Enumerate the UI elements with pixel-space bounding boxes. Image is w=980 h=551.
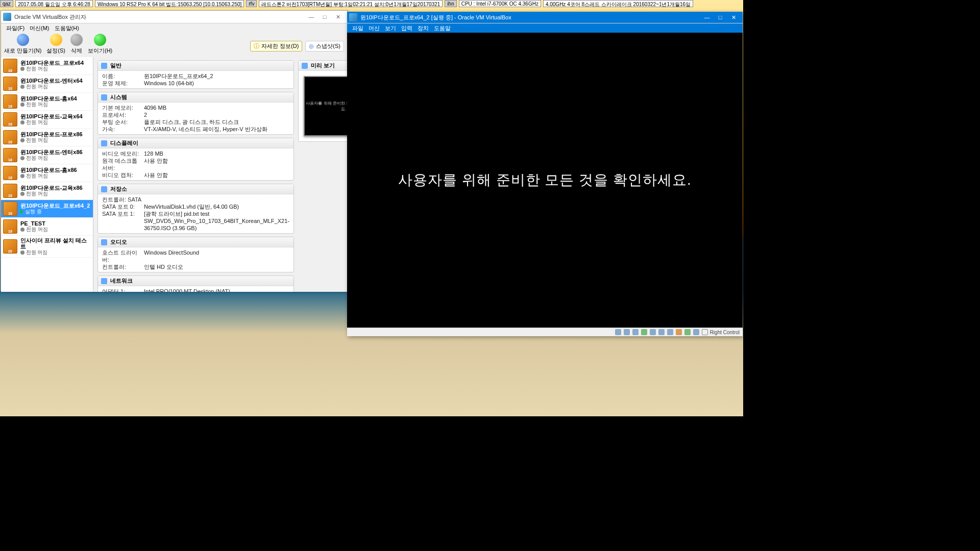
recording-icon[interactable] [676, 329, 682, 335]
start-button[interactable]: 보이기(H) [88, 34, 112, 55]
menu-item[interactable]: 입력 [399, 24, 414, 33]
section-header[interactable]: 오디오 [98, 237, 293, 247]
maximize-button[interactable]: □ [321, 14, 329, 20]
vm-name: 윈10IP다운로드-교육x86 [20, 185, 83, 191]
vm-os-icon: 10 [3, 148, 17, 162]
set-button[interactable]: 설정(S) [46, 34, 65, 55]
detail-value: 128 MB [144, 150, 289, 157]
poweroff-icon [20, 174, 24, 178]
menu-item[interactable]: 머신 [366, 24, 382, 33]
menu-item[interactable]: 도움말(H) [53, 24, 81, 33]
vm-list[interactable]: 10윈10IP다운로드_프로x64전원 꺼짐10윈10IP다운로드-엔터x64전… [1, 57, 93, 292]
menu-item[interactable]: 도움말 [432, 24, 453, 33]
section-header[interactable]: 일반 [98, 61, 293, 71]
vm-os-icon: 10 [3, 77, 17, 91]
preview-thumbnail[interactable]: 사용자를 위해 준비한 모든 것을 확인하세요. [304, 76, 347, 136]
menu-item[interactable]: 머신(M) [28, 24, 52, 33]
network-section: 네트워크어댑터 1:Intel PRO/1000 MT Desktop (NAT… [97, 276, 294, 292]
detail-key: 컨트롤러: SATA [102, 196, 144, 203]
section-header[interactable]: 시스템 [98, 92, 293, 103]
detail-key: SATA 포트 1: [102, 210, 144, 232]
info-value: 4.00GHz 4코어 8스레드 스카이레이크 20160322~1년1개월16… [543, 0, 693, 7]
detail-key: 기본 메모리: [102, 104, 144, 111]
vm-list-item[interactable]: 10윈10IP다운로드-교육x64전원 꺼짐 [1, 111, 93, 129]
del-button[interactable]: 삭제 [70, 34, 83, 55]
close-button[interactable]: ✕ [729, 14, 738, 21]
detail-key: 가속: [102, 126, 144, 133]
vm-running-window: 윈10IP다운로드_프로x64_2 [실행 중] - Oracle VM Vir… [347, 12, 743, 336]
mouse-icon[interactable] [693, 329, 699, 335]
titlebar[interactable]: 윈10IP다운로드_프로x64_2 [실행 중] - Oracle VM Vir… [347, 12, 743, 23]
close-button[interactable]: ✕ [334, 14, 342, 20]
optical-icon[interactable] [624, 329, 630, 335]
detail-value: 2 [144, 111, 289, 118]
vm-guest-display[interactable]: 사용자를 위해 준비한 모든 것을 확인하세요. [347, 33, 743, 328]
detail-value: [광학 드라이브] pid.txt test SW_DVD5_Win_Pro_1… [144, 210, 289, 232]
menu-item[interactable]: 보기 [383, 24, 398, 33]
vm-os-icon: 10 [3, 59, 17, 73]
display-icon[interactable] [667, 329, 673, 335]
info-label: rfv [246, 0, 257, 7]
menu-item[interactable]: 파일(F) [4, 24, 27, 33]
vm-list-item[interactable]: 10윈10IP다운로드-홈x86전원 꺼짐 [1, 164, 93, 182]
poweroff-icon [20, 120, 24, 124]
network-icon[interactable] [641, 329, 647, 335]
vm-list-item[interactable]: 10윈10IP다운로드-홈x64전원 꺼짐 [1, 93, 93, 111]
new-button[interactable]: 새로 만들기(N) [4, 34, 41, 55]
detail-value: 플로피 디스크, 광 디스크, 하드 디스크 [144, 118, 289, 126]
vm-list-item[interactable]: 10윈10IP다운로드-엔터x86전원 꺼짐 [1, 146, 93, 164]
vm-list-item[interactable]: 10인사이더 프리뷰 설치 테스트전원 꺼짐 [1, 236, 93, 258]
detail-value: 사용 안함 [144, 157, 289, 171]
vm-name: 윈10IP다운로드-엔터x86 [20, 149, 83, 155]
hdd-icon[interactable] [615, 329, 621, 335]
menubar: 파일머신보기입력장치도움말 [347, 23, 743, 33]
info-label: ihn [445, 0, 456, 7]
vm-name: 인사이더 프리뷰 설치 테스트 [20, 237, 91, 249]
usb-icon[interactable] [650, 329, 656, 335]
menu-item[interactable]: 장치 [415, 24, 431, 33]
info-value: Windows 10 RS2 Pro K 64 bit 빌드:15063.250… [95, 0, 244, 7]
section-icon [101, 63, 107, 69]
vm-name: 윈10IP다운로드_프로x64 [20, 60, 84, 66]
vm-statusbar: Right Control [347, 328, 743, 336]
detail-value: Windows 10 (64-bit) [144, 80, 289, 87]
section-header[interactable]: 디스플레이 [98, 138, 293, 148]
section-icon [101, 278, 107, 284]
shared-folder-icon[interactable] [658, 329, 665, 335]
vm-list-item[interactable]: 10윈10IP다운로드-교육x86전원 꺼짐 [1, 182, 93, 200]
info-label: qaz [0, 0, 13, 7]
vm-status: 전원 꺼짐 [20, 155, 83, 161]
host-key-indicator[interactable]: Right Control [702, 329, 740, 335]
maximize-button[interactable]: □ [716, 14, 724, 21]
poweroff-icon [20, 192, 24, 196]
minimize-button[interactable]: — [703, 14, 711, 21]
vm-status: 전원 꺼짐 [20, 119, 83, 126]
vm-name: 윈10IP다운로드-프로x86 [20, 131, 83, 137]
cpu-icon[interactable] [684, 329, 691, 335]
app-icon [3, 13, 11, 21]
menu-item[interactable]: 파일 [350, 24, 365, 33]
preview-section: 미리 보기 사용자를 위해 준비한 모든 것을 확인하세요. [298, 60, 347, 142]
virtualbox-manager-window: Oracle VM VirtualBox 관리자 — □ ✕ 파일(F)머신(M… [1, 10, 348, 291]
section-header[interactable]: 저장소 [98, 184, 293, 194]
vm-name: 윈10IP다운로드_프로x64_2 [20, 203, 90, 209]
vm-list-item[interactable]: 10윈10IP다운로드_프로x64_2실행 중 [1, 200, 93, 218]
del-icon [70, 34, 83, 46]
detail-value: 사용 안함 [144, 171, 289, 179]
audio-icon[interactable] [632, 329, 639, 335]
vm-status: 전원 꺼짐 [20, 191, 83, 197]
titlebar[interactable]: Oracle VM VirtualBox 관리자 — □ ✕ [1, 11, 347, 23]
vm-list-item[interactable]: 10PE_TEST전원 꺼짐 [1, 218, 93, 236]
info-value: 레드스톤2 버전1703[RTM년월] 부팅:1일02:21:21 설치:0년1… [259, 0, 443, 7]
vm-list-item[interactable]: 10윈10IP다운로드-엔터x64전원 꺼짐 [1, 75, 93, 93]
poweroff-icon [20, 138, 24, 142]
vm-list-item[interactable]: 10윈10IP다운로드_프로x64전원 꺼짐 [1, 57, 93, 75]
detail-value: 윈10IP다운로드_프로x64_2 [144, 72, 289, 80]
minimize-button[interactable]: — [307, 14, 315, 20]
details-button[interactable]: ⓘ자세한 정보(D) [250, 41, 302, 52]
vm-list-item[interactable]: 10윈10IP다운로드-프로x86전원 꺼짐 [1, 129, 93, 146]
snapshots-button[interactable]: ◎스냅샷(S) [305, 41, 344, 52]
vm-status: 전원 꺼짐 [20, 227, 48, 233]
new-icon [17, 34, 29, 46]
section-header[interactable]: 네트워크 [98, 276, 293, 286]
